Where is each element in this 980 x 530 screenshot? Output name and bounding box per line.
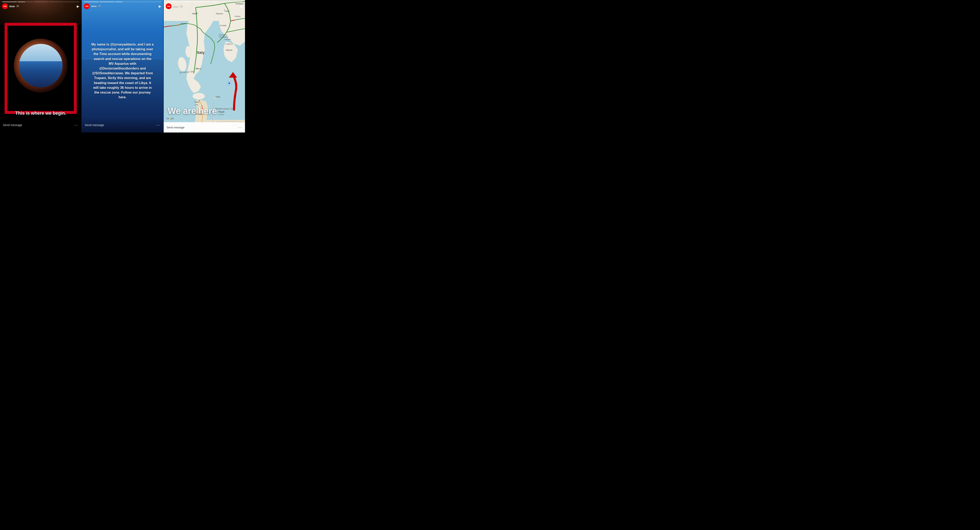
google-g: G [166,117,168,120]
panel-3: Italy Tyrrhenian Sea Mediterranean Sea T… [163,0,245,132]
panel3-bottom-bar: Send message ⋯ [164,122,245,132]
panel2-progress-seg-4 [130,2,145,2]
mute-icon-3[interactable]: ▶ [240,4,243,8]
svg-text:Italy: Italy [197,51,204,55]
account-time-1: 3h [16,5,19,8]
panel1-more-icon[interactable]: ⋯ [74,123,78,127]
panel3-account-row: TIME time 3h ▶ [166,3,243,9]
panel1-bottom-bar: Send message ⋯ [0,118,81,132]
svg-text:Albania: Albania [225,49,232,51]
panel1-account-row: TIME time 3h ▶ [2,3,79,9]
progress-seg-3 [33,2,48,2]
panel2-bottom-bar: Send message ⋯ [82,118,163,132]
mute-icon-1[interactable]: ▶ [77,4,79,8]
account-time-2: 3h [98,5,101,8]
svg-point-27 [196,13,197,14]
svg-marker-38 [229,72,237,78]
svg-point-28 [196,68,197,69]
panel1-header: TIME time 3h ▶ [0,0,81,10]
panel3-header: TIME time 3h ▶ [164,0,245,10]
porthole-sky [19,44,62,64]
panel3-send-message[interactable]: Send message [167,126,185,129]
panel2-progress-seg-3 [115,2,130,2]
panel3-progress-seg-3 [197,2,212,2]
account-time-3: 3h [180,5,183,8]
progress-seg-1 [2,2,17,2]
svg-point-3 [177,56,188,72]
panel2-story-text: My name is @lynseya​ddario, and I am a p… [91,43,154,99]
svg-text:تونس: تونس [194,104,198,105]
panel2-progress-bar-row [84,2,161,2]
svg-text:Milan: Milan [192,13,197,15]
progress-seg-5 [64,2,79,2]
time-logo-text-2: TIME [85,5,89,7]
porthole-sea [19,61,62,87]
svg-text:Podgorica: Podgorica [225,43,233,45]
svg-text:Belgrad: Belgrad [235,15,240,17]
panel2-more-icon[interactable]: ⋯ [156,123,161,127]
we-are-here-text: We are here [168,106,217,116]
account-name-1: time [9,5,15,8]
panel2-progress-seg-1 [84,2,99,2]
panel3-progress-seg-4 [212,2,227,2]
account-name-3: time [173,5,178,8]
progress-seg-4 [49,2,64,2]
panel1-send-message[interactable]: Send message [3,123,22,127]
svg-point-31 [215,98,215,99]
svg-text:Bosnia and: Bosnia and [219,34,227,36]
panel1-caption: This is where we begin. [15,110,66,116]
time-logo-3: TIME [166,3,172,9]
panel2-text-block: My name is @lynseya​ddario, and I am a p… [91,42,154,100]
svg-text:Rome: Rome [196,67,201,70]
panel3-more-icon[interactable]: ⋯ [238,125,242,130]
panel3-progress-seg-5 [228,2,243,2]
svg-text:Sarajevo: Sarajevo [224,38,231,40]
porthole-outer [14,39,68,93]
svg-point-2 [192,93,205,99]
time-logo-text-3: TIME [167,5,170,7]
porthole-inner [19,44,62,87]
svg-text:Tunis: Tunis [194,101,199,103]
red-arrow [224,70,242,112]
panel2-progress-seg-5 [146,2,161,2]
google-o1: o [168,117,169,120]
time-logo-1: TIME [2,3,8,9]
panel2-header: TIME time 3h ▶ [82,0,163,10]
svg-text:Zagreb: Zagreb [224,10,230,12]
svg-text:Croatia: Croatia [220,24,227,27]
svg-point-29 [199,100,200,101]
time-logo-2: TIME [84,3,90,9]
panel1-background: This is where we begin. [0,0,81,132]
panel2-progress-seg-2 [100,2,115,2]
panel2-send-message[interactable]: Send message [84,123,104,127]
progress-seg-2 [18,2,32,2]
map-area: Italy Tyrrhenian Sea Mediterranean Sea T… [164,0,245,132]
panel1-caption-area: This is where we begin. [7,110,74,116]
svg-text:Malta: Malta [216,96,220,98]
svg-marker-1 [186,0,215,93]
panel-2: My name is @lynseya​ddario, and I am a p… [81,0,163,132]
google-o2: o [169,117,171,120]
panel3-progress-seg-2 [181,2,196,2]
svg-text:Monaco: Monaco [180,22,186,24]
red-frame [5,23,77,114]
panel2-account-row: TIME time 3h ▶ [84,3,161,9]
account-name-2: time [91,5,97,8]
panel3-progress-bar-row [166,2,243,2]
panel-1: This is where we begin. TIME time 3h ▶ S… [0,0,81,132]
progress-bar-row [2,2,79,2]
google-logo: Google [166,117,174,120]
time-logo-text-1: TIME [3,5,6,7]
google-e: e [173,117,174,120]
svg-text:Slovenia: Slovenia [216,13,223,15]
panel2-background: My name is @lynseya​ddario, and I am a p… [82,0,163,132]
panel3-background: Italy Tyrrhenian Sea Mediterranean Sea T… [164,0,245,132]
svg-text:Herzegovina: Herzegovina [219,36,228,38]
mute-icon-2[interactable]: ▶ [159,4,161,8]
panel3-progress-seg-1 [166,2,181,2]
